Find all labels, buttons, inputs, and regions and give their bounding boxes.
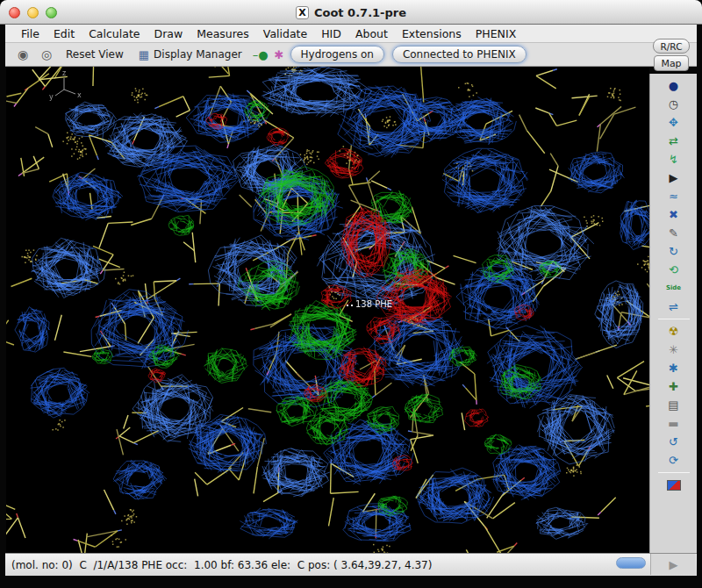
torsion-icon[interactable]: ↯	[661, 150, 687, 169]
rrc-button[interactable]: R/RC	[653, 39, 690, 54]
menu-hid[interactable]: HID	[314, 25, 348, 42]
menu-file[interactable]: File	[14, 25, 47, 42]
radiation-icon[interactable]: ☢	[661, 322, 687, 341]
reset-view-button[interactable]: Reset View	[61, 47, 128, 62]
menu-extensions[interactable]: Extensions	[395, 25, 469, 42]
expander-triangle-icon: ▶	[670, 558, 678, 571]
title-wrap: X Coot 0.7.1-pre	[0, 0, 702, 25]
sphere-icon[interactable]: ●	[661, 76, 687, 95]
status-text: (mol. no: 0) C /1/A/138 PHE occ: 1.00 bf…	[11, 559, 432, 571]
phenix-connection-button[interactable]: Connected to PHENIX	[392, 46, 526, 63]
ligand-icon[interactable]: ✱	[275, 48, 284, 61]
hydrogens-toggle-button[interactable]: Hydrogens on	[290, 46, 384, 63]
x11-icon: X	[296, 6, 309, 19]
move-icon[interactable]: ✥	[661, 113, 687, 132]
window-title: Coot 0.7.1-pre	[314, 6, 406, 19]
toolbar-separator	[658, 472, 690, 473]
bin-icon[interactable]: ▬	[661, 414, 687, 433]
menu-measures[interactable]: Measures	[190, 25, 256, 42]
color-swatch	[667, 480, 681, 491]
pepflip-icon[interactable]: ⇌	[661, 298, 687, 316]
play-icon[interactable]: ▶	[661, 169, 687, 187]
map-button[interactable]: Map	[654, 55, 689, 71]
go-to-atom-icon[interactable]: –●	[253, 48, 269, 61]
fragment-icon[interactable]: ✳	[661, 341, 687, 359]
rotamer-icon[interactable]: ↻	[661, 242, 687, 261]
menu-about[interactable]: About	[348, 25, 395, 42]
redo-icon[interactable]: ⟳	[661, 451, 687, 470]
rotate-bond-icon[interactable]: ⟲	[661, 261, 687, 279]
printer-icon[interactable]: ▤	[661, 396, 687, 414]
side-chain-icon[interactable]: Side	[661, 279, 687, 298]
pencil-icon[interactable]: ✎	[661, 224, 687, 242]
toolbar-separator	[658, 319, 690, 319]
display-manager-icon: ▦	[139, 48, 149, 61]
panel-expander[interactable]: ▶	[650, 554, 696, 575]
menu-draw[interactable]: Draw	[147, 25, 190, 42]
toolbar: ◉ ◎ Reset View ▦ Display Manager –● ✱ Hy…	[5, 43, 697, 67]
mutate-icon[interactable]: ✖	[661, 205, 687, 224]
gl-canvas[interactable]	[6, 67, 649, 553]
zigzag-icon[interactable]: ≈	[661, 187, 687, 205]
refine-icon[interactable]: ⇄	[661, 132, 687, 150]
eye-icon[interactable]: ◉	[14, 46, 32, 63]
right-toolbar: ● ◷ ✥ ⇄ ↯ ▶ ≈ ✖ ✎ ↻ ⟲ Side ⇌ ☢ ✳ ✱ ✚ ▤ ▬…	[649, 74, 697, 553]
undo-icon[interactable]: ↺	[661, 433, 687, 451]
target-icon[interactable]: ◎	[38, 46, 55, 63]
bond-icon[interactable]: ✱	[661, 359, 687, 377]
add-icon[interactable]: ✚	[661, 377, 687, 396]
titlebar[interactable]: X Coot 0.7.1-pre	[0, 0, 702, 25]
menu-phenix[interactable]: PHENIX	[469, 25, 523, 42]
coot-window: X Coot 0.7.1-pre File Edit Calculate Dra…	[0, 0, 702, 588]
display-manager-label: Display Manager	[154, 48, 242, 61]
menu-calculate[interactable]: Calculate	[82, 25, 147, 42]
clock-icon[interactable]: ◷	[661, 95, 687, 113]
menu-validate[interactable]: Validate	[256, 25, 314, 42]
display-manager-button[interactable]: ▦ Display Manager	[134, 47, 247, 63]
statusbar: (mol. no: 0) C /1/A/138 PHE occ: 1.00 bf…	[5, 553, 697, 576]
color-swatch-icon[interactable]	[661, 476, 687, 494]
menubar: File Edit Calculate Draw Measures Valida…	[5, 25, 697, 43]
status-scrollbar[interactable]	[616, 557, 646, 569]
menu-edit[interactable]: Edit	[47, 25, 82, 42]
